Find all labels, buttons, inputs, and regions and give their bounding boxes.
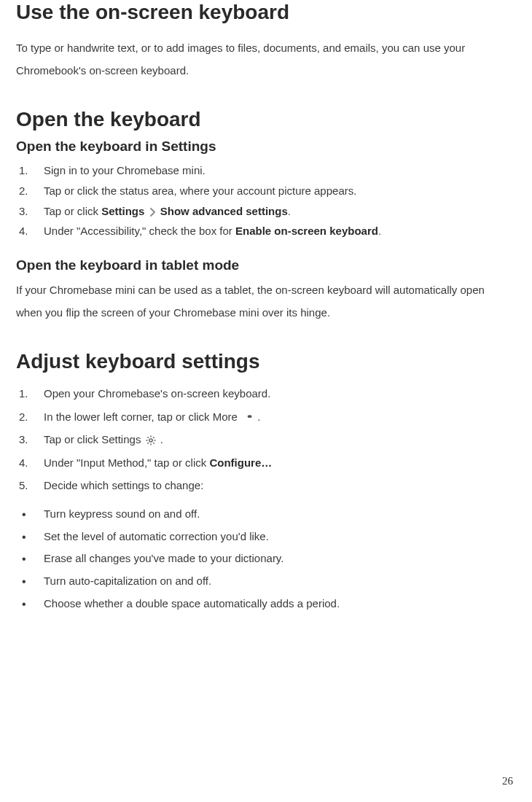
svg-line-7: [153, 437, 154, 438]
list-item: Tap or click Settings .: [16, 428, 510, 451]
intro-paragraph: To type or handwrite text, or to add ima…: [16, 36, 510, 82]
list-item: Erase all changes you've made to your di…: [16, 548, 510, 570]
svg-point-0: [149, 439, 152, 442]
svg-line-8: [147, 443, 148, 444]
page-title: Use the on-screen keyboard: [16, 0, 510, 25]
text: Tap or click: [44, 205, 101, 217]
text: Under "Input Method," tap or click: [44, 456, 209, 469]
text: Under "Accessibility," check the box for: [44, 225, 235, 237]
svg-line-5: [147, 437, 148, 438]
settings-bullets: Turn keypress sound on and off. Set the …: [16, 503, 510, 615]
adjust-steps-list: Open your Chromebase's on-screen keyboar…: [16, 382, 510, 497]
list-item: Under "Input Method," tap or click Confi…: [16, 451, 510, 475]
list-item: Sign in to your Chromebase mini.: [16, 160, 510, 181]
list-item: Choose whether a double space automatica…: [16, 593, 510, 615]
list-item: Turn auto-capitalization on and off.: [16, 570, 510, 593]
bold-text: Show advanced settings: [160, 205, 288, 217]
list-item: Open your Chromebase's on-screen keyboar…: [16, 382, 510, 405]
page-number: 26: [502, 775, 513, 787]
list-item: Decide which settings to change:: [16, 474, 510, 497]
list-item: Under "Accessibility," check the box for…: [16, 221, 510, 241]
svg-line-6: [153, 443, 154, 444]
text: Tap or click Settings: [44, 433, 144, 445]
bold-text: Enable on-screen keyboard: [235, 225, 378, 237]
list-item: Tap or click Settings Show advanced sett…: [16, 201, 510, 222]
section-open-keyboard: Open the keyboard: [16, 107, 510, 132]
bold-text: Configure…: [209, 456, 272, 469]
subsection-open-tablet-mode: Open the keyboard in tablet mode: [16, 257, 510, 273]
bold-text: Settings: [101, 205, 144, 217]
text: .: [254, 410, 260, 423]
gear-icon: [145, 435, 157, 446]
tablet-paragraph: If your Chromebase mini can be used as a…: [16, 279, 510, 324]
subsection-open-in-settings: Open the keyboard in Settings: [16, 139, 510, 155]
text: In the lower left corner, tap or click M…: [44, 410, 240, 423]
list-item: Turn keypress sound on and off.: [16, 503, 510, 526]
text: .: [378, 225, 381, 237]
text: .: [288, 205, 291, 217]
text: .: [157, 433, 163, 445]
chevron-right-icon: [149, 208, 156, 217]
list-item: Set the level of automatic correction yo…: [16, 526, 510, 548]
more-icon: •••: [243, 408, 254, 427]
list-item: In the lower left corner, tap or click M…: [16, 405, 510, 429]
settings-steps-list: Sign in to your Chromebase mini. Tap or …: [16, 160, 510, 241]
list-item: Tap or click the status area, where your…: [16, 181, 510, 201]
section-adjust-settings: Adjust keyboard settings: [16, 349, 510, 374]
